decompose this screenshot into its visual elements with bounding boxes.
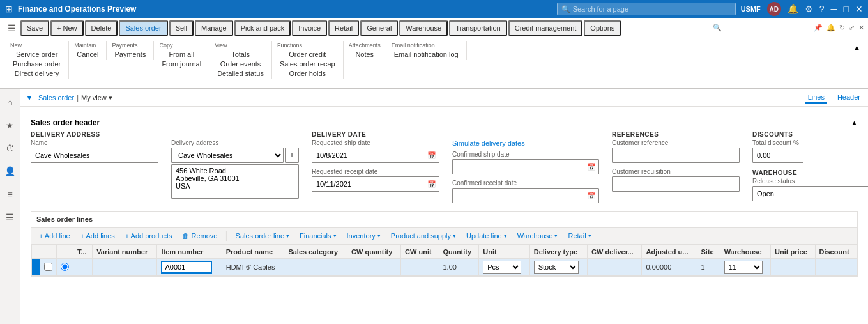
from-journal-btn[interactable]: From journal <box>159 59 204 68</box>
sidebar-filter-icon[interactable]: ≡ <box>3 187 18 202</box>
filter-icon[interactable]: ▼ <box>26 93 33 102</box>
order-credit-btn[interactable]: Order credit <box>277 50 338 59</box>
delivery-addr-textarea[interactable]: 456 White Road Abbeville, GA 31001 USA <box>171 164 299 199</box>
sidebar-list-icon[interactable]: ☰ <box>3 210 18 225</box>
simulate-delivery-btn[interactable]: Simulate delivery dates <box>452 139 599 147</box>
warehouse-select[interactable]: 11 <box>724 261 763 274</box>
release-status-input[interactable] <box>752 186 868 201</box>
remove-btn[interactable]: 🗑 Remove <box>179 231 220 241</box>
general-menu[interactable]: General <box>360 20 398 36</box>
breadcrumb-sales-order[interactable]: Sales order <box>38 94 74 102</box>
warehouse-menu[interactable]: Warehouse <box>399 20 448 36</box>
row-checkbox-cell[interactable] <box>40 259 57 276</box>
row-item-number-cell[interactable] <box>157 259 222 276</box>
unit-select[interactable]: Pcs <box>483 261 521 274</box>
window-close-icon[interactable]: ✕ <box>858 24 864 32</box>
item-number-input[interactable] <box>161 261 212 274</box>
minimize-icon[interactable]: ─ <box>831 4 837 14</box>
confirmed-ship-input[interactable] <box>453 160 584 174</box>
row-unit-cell[interactable]: Pcs <box>479 259 529 276</box>
email-notif-log-btn[interactable]: Email notification log <box>392 50 461 59</box>
header-view-btn[interactable]: Header <box>835 92 863 104</box>
notifications-icon[interactable]: 🔔 <box>788 4 798 14</box>
service-order-btn[interactable]: Service order <box>10 50 63 59</box>
delete-button[interactable]: Delete <box>85 20 118 36</box>
menu-hamburger[interactable]: ☰ <box>4 20 19 36</box>
row-qty-cell[interactable]: 1.00 <box>439 259 479 276</box>
breadcrumb-my-view[interactable]: My view ▾ <box>81 94 112 102</box>
ribbon-collapse[interactable]: ▲ <box>851 41 863 54</box>
lines-view-btn[interactable]: Lines <box>805 92 827 104</box>
sales-order-line-btn[interactable]: Sales order line <box>233 231 292 241</box>
product-supply-btn[interactable]: Product and supply <box>388 231 459 241</box>
delivery-addr-add-btn[interactable]: + <box>285 148 299 163</box>
expand-icon[interactable]: ⤢ <box>849 24 855 32</box>
confirmed-receipt-cal-icon[interactable]: 📅 <box>584 192 598 200</box>
delivery-addr-select[interactable]: Cave Wholesales <box>171 148 284 163</box>
settings-icon[interactable]: ⚙ <box>805 4 813 14</box>
pick-pack-menu[interactable]: Pick and pack <box>234 20 291 36</box>
retail-lines-btn[interactable]: Retail <box>565 231 593 241</box>
sidebar-home-icon[interactable]: ⌂ <box>3 95 18 110</box>
user-avatar[interactable]: AD <box>767 2 781 16</box>
req-ship-calendar-icon[interactable]: 📅 <box>425 151 439 160</box>
global-search[interactable]: 🔍 Search for a page <box>557 3 736 15</box>
financials-btn[interactable]: Financials <box>297 231 339 241</box>
add-products-btn[interactable]: + Add products <box>123 231 175 241</box>
row-radio[interactable] <box>61 263 69 271</box>
add-line-btn[interactable]: + Add line <box>36 231 73 241</box>
req-ship-date-input[interactable] <box>312 148 425 162</box>
manage-menu[interactable]: Manage <box>195 20 233 36</box>
customer-req-input[interactable] <box>612 176 740 192</box>
req-receipt-calendar-icon[interactable]: 📅 <box>425 180 439 189</box>
sell-menu[interactable]: Sell <box>169 20 194 36</box>
row-site-cell[interactable]: 1 <box>697 259 720 276</box>
app-grid-icon[interactable]: ⊞ <box>5 4 13 14</box>
menu-search-icon[interactable]: 🔍 <box>708 21 727 35</box>
order-events-btn[interactable]: Order events <box>215 59 266 68</box>
sidebar-star-icon[interactable]: ★ <box>3 118 18 133</box>
row-delivery-type-cell[interactable]: Stock <box>529 259 587 276</box>
notes-btn[interactable]: Notes <box>349 50 381 59</box>
update-line-btn[interactable]: Update line <box>464 231 510 241</box>
invoice-menu[interactable]: Invoice <box>292 20 327 36</box>
inventory-btn[interactable]: Inventory <box>344 231 383 241</box>
totals-btn[interactable]: Totals <box>215 50 266 59</box>
add-lines-btn[interactable]: + Add lines <box>78 231 118 241</box>
delivery-type-select[interactable]: Stock <box>534 261 579 274</box>
sidebar-clock-icon[interactable]: ⏱ <box>3 141 18 156</box>
section-collapse-arrow[interactable]: ▲ <box>851 119 858 127</box>
order-holds-btn[interactable]: Order holds <box>277 69 338 78</box>
payments-btn[interactable]: Payments <box>112 50 148 59</box>
options-menu[interactable]: Options <box>584 20 621 36</box>
confirmed-ship-cal-icon[interactable]: 📅 <box>584 163 598 171</box>
credit-mgmt-menu[interactable]: Credit management <box>508 20 583 36</box>
detailed-status-btn[interactable]: Detailed status <box>215 69 266 78</box>
total-discount-input[interactable] <box>752 148 803 163</box>
row-warehouse-cell[interactable]: 11 <box>720 259 770 276</box>
direct-delivery-btn[interactable]: Direct delivery <box>10 69 63 78</box>
retail-menu[interactable]: Retail <box>328 20 359 36</box>
save-button[interactable]: Save <box>20 20 49 36</box>
customer-ref-input[interactable] <box>612 148 740 163</box>
refresh-icon[interactable]: ↻ <box>839 24 845 32</box>
req-receipt-date-input[interactable] <box>312 177 425 191</box>
sales-order-recap-btn[interactable]: Sales order recap <box>277 59 338 68</box>
close-icon[interactable]: ✕ <box>855 4 863 14</box>
confirmed-receipt-input[interactable] <box>453 189 584 203</box>
bell-icon[interactable]: 🔔 <box>826 24 835 32</box>
sidebar-user-icon[interactable]: 👤 <box>3 164 18 179</box>
section-header-sales-order[interactable]: Sales order header ▲ <box>31 114 858 131</box>
purchase-order-btn[interactable]: Purchase order <box>10 59 63 68</box>
from-all-btn[interactable]: From all <box>159 50 204 59</box>
transportation-menu[interactable]: Transportation <box>449 20 507 36</box>
cancel-btn[interactable]: Cancel <box>74 50 101 59</box>
maximize-icon[interactable]: □ <box>844 4 849 14</box>
help-icon[interactable]: ? <box>819 4 825 14</box>
warehouse-lines-btn[interactable]: Warehouse <box>515 231 561 241</box>
row-checkbox[interactable] <box>44 263 52 271</box>
sales-order-menu[interactable]: Sales order <box>119 20 167 36</box>
new-button[interactable]: + New <box>50 20 84 36</box>
pin-icon[interactable]: 📌 <box>814 24 823 32</box>
name-input[interactable] <box>31 148 158 163</box>
